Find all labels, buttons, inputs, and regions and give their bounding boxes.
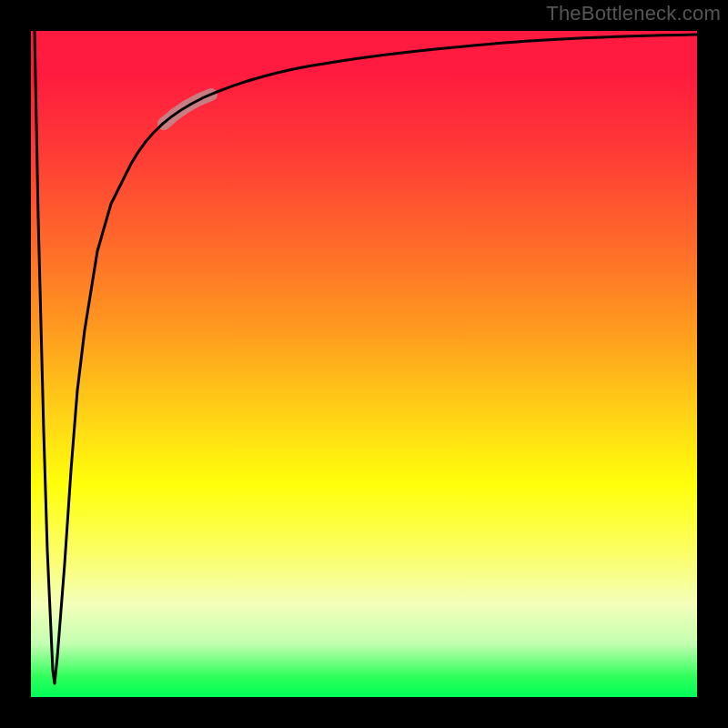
watermark-text: TheBottleneck.com — [546, 2, 721, 25]
bottleneck-curve — [35, 31, 697, 683]
chart-stage: TheBottleneck.com — [0, 0, 728, 728]
curve-highlight — [164, 95, 211, 124]
plot-area — [31, 31, 697, 697]
curve-svg — [31, 31, 697, 697]
